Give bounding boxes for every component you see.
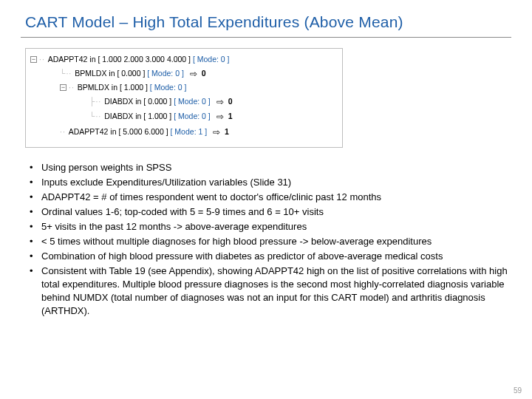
tree-mode: [ Mode: 0 ] bbox=[174, 97, 211, 106]
tree-connector: └·· bbox=[89, 112, 104, 120]
tree-connector: ·· bbox=[69, 83, 78, 92]
tree-node-label: ADAPPT42 in [ 1.000 2.000 3.000 4.000 ] bbox=[48, 55, 191, 64]
page-number: 59 bbox=[514, 386, 522, 395]
tree-connector: ├·· bbox=[89, 97, 104, 106]
arrow-icon: ⇨ bbox=[216, 95, 224, 109]
tree-result: 0 bbox=[202, 69, 206, 78]
tree-result: 1 bbox=[228, 112, 233, 120]
tree-connector: ·· bbox=[39, 55, 48, 64]
tree-node-label: BPMLDX in [ 0.000 ] bbox=[75, 69, 145, 78]
tree-result: 1 bbox=[225, 127, 229, 136]
tree-connector: └·· bbox=[60, 69, 75, 78]
list-item: Ordinal values 1-6; top-coded with 5 = 5… bbox=[25, 205, 511, 219]
arrow-icon: ⇨ bbox=[190, 66, 197, 81]
list-item: Using person weights in SPSS bbox=[25, 161, 511, 174]
tree-node: └·· BPMLDX in [ 0.000 ] [ Mode: 0 ] ⇨ 0 bbox=[30, 66, 336, 81]
tree-node: └·· DIABDX in [ 1.000 ] [ Mode: 0 ] ⇨ 1 bbox=[30, 109, 336, 124]
tree-result: 0 bbox=[228, 97, 233, 106]
tree-node-label: DIABDX in [ 0.000 ] bbox=[104, 97, 171, 106]
list-item: ADAPPT42 = # of times respondent went to… bbox=[25, 191, 511, 204]
tree-mode: [ Mode: 1 ] bbox=[171, 127, 208, 136]
tree-connector: ·· bbox=[60, 127, 69, 136]
bullet-list: Using person weights in SPSS Inputs excl… bbox=[25, 161, 511, 317]
tree-node: −·· BPMLDX in [ 1.000 ] [ Mode: 0 ] bbox=[30, 81, 336, 95]
tree-node: ·· ADAPPT42 in [ 5.000 6.000 ] [ Mode: 1… bbox=[30, 125, 336, 140]
list-item: Combination of high blood pressure with … bbox=[25, 250, 511, 263]
cart-tree: −·· ADAPPT42 in [ 1.000 2.000 3.000 4.00… bbox=[25, 48, 343, 148]
tree-node: ├·· DIABDX in [ 0.000 ] [ Mode: 0 ] ⇨ 0 bbox=[30, 95, 336, 109]
collapse-icon: − bbox=[30, 56, 37, 63]
tree-node-label: ADAPPT42 in [ 5.000 6.000 ] bbox=[69, 127, 168, 136]
arrow-icon: ⇨ bbox=[213, 125, 220, 140]
list-item: < 5 times without multiple diagnoses for… bbox=[25, 235, 511, 248]
tree-node-label: BPMLDX in [ 1.000 ] bbox=[78, 83, 148, 92]
tree-mode: [ Mode: 0 ] bbox=[150, 83, 187, 92]
tree-mode: [ Mode: 0 ] bbox=[193, 55, 230, 64]
list-item: Consistent with Table 19 (see Appendix),… bbox=[25, 265, 511, 318]
tree-node-label: DIABDX in [ 1.000 ] bbox=[104, 112, 171, 120]
tree-mode: [ Mode: 0 ] bbox=[147, 69, 184, 78]
arrow-icon: ⇨ bbox=[216, 109, 224, 124]
list-item: 5+ visits in the past 12 months -> above… bbox=[25, 220, 511, 233]
page-title: CART Model – High Total Expenditures (Ab… bbox=[21, 10, 511, 38]
tree-node-root: −·· ADAPPT42 in [ 1.000 2.000 3.000 4.00… bbox=[30, 53, 336, 66]
collapse-icon: − bbox=[60, 84, 66, 91]
tree-mode: [ Mode: 0 ] bbox=[174, 112, 211, 120]
list-item: Inputs exclude Expenditures/Utilization … bbox=[25, 176, 511, 189]
